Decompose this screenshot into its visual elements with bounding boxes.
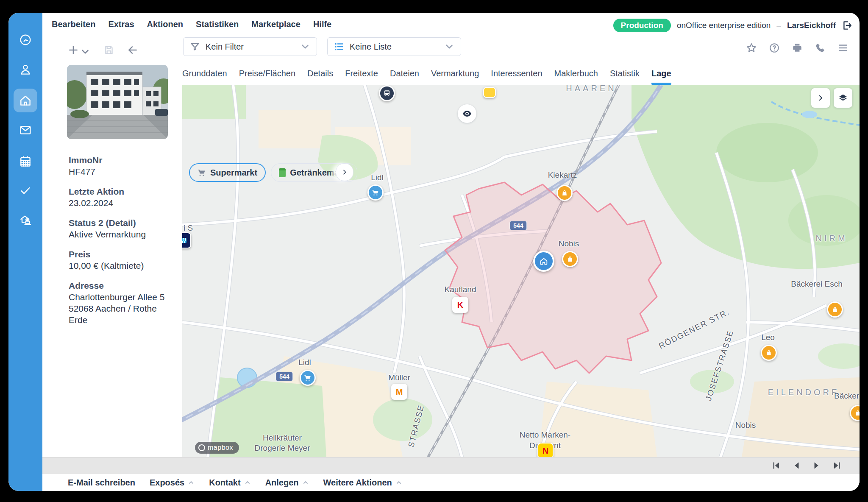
menu-statistiken[interactable]: Statistiken (196, 20, 239, 29)
mapbox-logo: mapbox (195, 442, 239, 454)
edition-label: onOffice enterprise edition (677, 21, 771, 30)
poi-marker-orange[interactable] (562, 251, 578, 267)
menu-bearbeiten[interactable]: Bearbeiten (52, 20, 95, 29)
supermarket-marker-blue[interactable] (300, 370, 316, 386)
category-supermarkt[interactable]: Supermarkt (189, 163, 266, 182)
menu-aktionen[interactable]: Aktionen (147, 20, 184, 29)
list-icon (334, 41, 345, 52)
field-label: Letzte Aktion (69, 186, 175, 197)
save-icon[interactable] (103, 45, 114, 56)
kaufland-marker[interactable]: K (452, 297, 468, 313)
field-immonr: ImmoNr HF477 (69, 154, 175, 177)
hamburger-icon[interactable] (837, 42, 849, 53)
transit-stop-marker[interactable] (379, 85, 395, 101)
categories-scroll-right-button[interactable] (336, 163, 353, 181)
chevron-right-icon (341, 169, 348, 176)
layers-icon (838, 93, 848, 103)
record-toolbar (68, 41, 138, 59)
kontakt-action[interactable]: Kontakt (209, 478, 250, 488)
funnel-icon (189, 41, 200, 52)
back-icon[interactable] (127, 45, 138, 56)
tab-interessenten[interactable]: Interessenten (491, 69, 542, 85)
tasks-check-icon[interactable] (14, 178, 37, 202)
filter-dropdown[interactable]: Kein Filter (183, 37, 317, 56)
header-right: Production onOffice enterprise edition –… (613, 19, 853, 32)
beverage-icon (279, 168, 286, 177)
map-label: NIRM (815, 234, 847, 243)
map-label: Lidl (371, 173, 384, 182)
help-icon[interactable] (769, 42, 780, 53)
poi-marker-orange[interactable] (761, 345, 777, 361)
route-badge: 544 (509, 221, 527, 230)
print-icon[interactable] (792, 42, 803, 53)
map-label: Müller (388, 373, 410, 382)
anlegen-action[interactable]: Anlegen (265, 478, 309, 488)
filter-value: Kein Filter (206, 42, 295, 52)
logout-icon[interactable] (842, 20, 853, 31)
mueller-letter: M (396, 387, 403, 397)
next-record-icon[interactable] (811, 460, 822, 471)
field-label: Status 2 (Detail) (69, 217, 175, 229)
poi-marker-yellow[interactable] (483, 87, 496, 98)
action-label: Kontakt (209, 478, 240, 488)
list-value: Keine Liste (350, 42, 439, 52)
tab-statistik[interactable]: Statistik (610, 69, 640, 85)
app-window: Bearbeiten Extras Aktionen Statistiken M… (8, 13, 860, 491)
map-canvas[interactable]: HAAREN Lidl Kiekartz Nobis NIRM Kaufland… (182, 85, 860, 457)
email-icon[interactable] (14, 118, 37, 142)
category-chips: Supermarkt Getränkemarkt (182, 156, 357, 188)
menu-extras[interactable]: Extras (108, 20, 134, 29)
poi-marker-orange[interactable] (556, 185, 573, 201)
chevron-down-icon (300, 41, 311, 52)
tab-vermarktung[interactable]: Vermarktung (431, 69, 479, 85)
aldi-marker[interactable] (182, 232, 191, 248)
map-label: Heilkräuter (263, 433, 302, 443)
tab-maklerbuch[interactable]: Maklerbuch (554, 69, 598, 85)
tab-lage[interactable]: Lage (651, 69, 671, 85)
list-dropdown[interactable]: Keine Liste (327, 37, 461, 56)
map-label: EILENDORF (768, 388, 839, 397)
calendar-icon[interactable] (14, 150, 37, 173)
first-record-icon[interactable] (771, 460, 782, 471)
netto-marker[interactable]: N (537, 443, 554, 457)
mueller-marker[interactable]: M (391, 384, 407, 400)
mapbox-icon (198, 444, 205, 451)
tab-preise-flaechen[interactable]: Preise/Flächen (239, 69, 295, 85)
home-office-icon[interactable] (14, 208, 37, 232)
layers-button[interactable] (834, 88, 852, 108)
map-label: Kaufland (444, 285, 476, 294)
field-label: ImmoNr (69, 154, 175, 166)
poi-marker-orange[interactable] (850, 405, 860, 421)
add-record-icon[interactable] (68, 43, 91, 57)
properties-icon[interactable] (14, 89, 37, 112)
username[interactable]: LarsEickhoff (787, 21, 836, 30)
map-label: Kiekartz (548, 170, 577, 180)
property-home-marker[interactable] (533, 251, 554, 272)
chips-scroll-right-button[interactable] (811, 88, 830, 108)
contacts-icon[interactable] (14, 58, 37, 81)
isochrone-visibility-toggle[interactable] (458, 104, 476, 123)
last-record-icon[interactable] (832, 460, 843, 471)
field-label: Adresse (69, 280, 175, 291)
email-schreiben-action[interactable]: E-Mail schreiben (68, 478, 135, 488)
chevron-up-icon (395, 479, 402, 486)
chevron-up-icon (302, 479, 309, 486)
star-icon[interactable] (746, 42, 757, 53)
tab-freitexte[interactable]: Freitexte (345, 69, 378, 85)
clock-icon[interactable] (14, 28, 37, 52)
menu-hilfe[interactable]: Hilfe (313, 20, 331, 29)
action-label: Anlegen (265, 478, 299, 488)
weitere-aktionen-action[interactable]: Weitere Aktionen (323, 478, 402, 488)
map-label: Nobis (559, 239, 579, 248)
supermarket-marker-blue[interactable] (367, 184, 384, 201)
screen: { "header": { "menu": ["Bearbeiten","Ext… (0, 0, 868, 502)
poi-marker-orange[interactable] (827, 301, 843, 318)
phone-icon[interactable] (815, 42, 826, 53)
tab-details[interactable]: Details (307, 69, 333, 85)
field-adresse: Adresse Charlottenburger Allee 5 52068 A… (69, 280, 175, 326)
exposes-action[interactable]: Exposés (150, 478, 195, 488)
menu-marketplace[interactable]: Marketplace (251, 20, 300, 29)
tab-dateien[interactable]: Dateien (390, 69, 419, 85)
tab-grunddaten[interactable]: Grunddaten (182, 69, 227, 85)
property-photo[interactable] (67, 65, 168, 139)
